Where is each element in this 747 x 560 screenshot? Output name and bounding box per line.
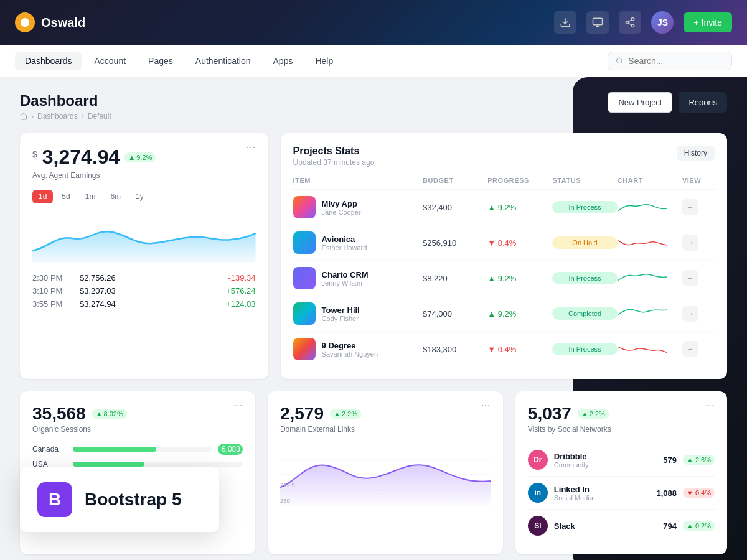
- time-6m[interactable]: 6m: [104, 190, 127, 203]
- history-button[interactable]: History: [677, 146, 715, 161]
- user-avatar[interactable]: JS: [651, 11, 674, 34]
- nav-pages[interactable]: Pages: [138, 52, 183, 70]
- download-icon[interactable]: [554, 11, 576, 34]
- time-1: 2:30 PM: [32, 273, 70, 282]
- domain-count: 2,579: [280, 404, 324, 424]
- monitor-icon[interactable]: [586, 11, 609, 34]
- projects-table-header: ITEM BUDGET PROGRESS STATUS CHART VIEW: [293, 177, 715, 190]
- dribbble-count: 579: [663, 455, 677, 465]
- nav-account[interactable]: Account: [85, 52, 136, 70]
- linkedin-name: Linked In: [554, 485, 593, 494]
- social-badge: ▲ 2.2%: [578, 409, 609, 419]
- svg-text:212.5: 212.5: [280, 482, 295, 488]
- share-icon[interactable]: [619, 11, 641, 34]
- project-info-tower: Tower Hill Cody Fisher: [293, 302, 423, 325]
- budget-9degree: $183,300: [423, 345, 487, 354]
- slack-count: 794: [663, 521, 677, 531]
- table-row: Mivy App Jane Cooper $32,400 ▲ 9.2% In P…: [293, 190, 715, 225]
- budget-tower: $74,000: [423, 309, 487, 319]
- dribbble-badge: ▲ 2.6%: [683, 455, 715, 465]
- progress-charto: ▲ 9.2%: [487, 274, 552, 283]
- budget-charto: $8,220: [423, 274, 487, 283]
- bootstrap-icon: B: [37, 482, 72, 517]
- breadcrumb-separator2: ›: [82, 112, 84, 121]
- reports-button[interactable]: Reports: [679, 92, 727, 113]
- search-box[interactable]: [608, 52, 732, 70]
- project-info-9degree: 9 Degree Savannah Nguyen: [293, 338, 423, 360]
- social-count: 5,037: [528, 404, 571, 424]
- earnings-more-button[interactable]: ···: [247, 141, 256, 154]
- time-1d[interactable]: 1d: [32, 190, 53, 203]
- bar-track-usa: [73, 462, 243, 467]
- col-view: VIEW: [682, 177, 715, 184]
- domain-label: Domain External Links: [280, 425, 491, 434]
- linkedin-icon: in: [528, 483, 548, 503]
- view-9degree[interactable]: →: [682, 341, 698, 357]
- project-person-mivy: Jane Cooper: [322, 208, 361, 216]
- social-row-dribbble: Dr Dribbble Community 579 ▲ 2.6%: [528, 444, 715, 477]
- svg-point-5: [632, 24, 635, 27]
- domain-badge: ▲ 2.2%: [330, 409, 361, 419]
- earnings-row-3: 3:55 PM $3,274.94 +124.03: [32, 299, 256, 309]
- new-project-button[interactable]: New Project: [608, 92, 672, 113]
- bar-fill-usa: [73, 462, 144, 467]
- project-name-mivy: Mivy App: [322, 199, 361, 208]
- project-name-9degree: 9 Degree: [322, 341, 378, 350]
- earnings-row-1: 2:30 PM $2,756.26 -139.34: [32, 273, 256, 282]
- col-chart: CHART: [618, 177, 682, 184]
- view-avionica[interactable]: →: [682, 235, 698, 251]
- sessions-badge: ▲ 8.02%: [92, 409, 127, 419]
- bar-label-canada: Canada: [32, 445, 67, 454]
- slack-icon: Sl: [528, 516, 548, 536]
- earnings-card: ··· $ 3,274.94 ▲ 9.2% Avg. Agent Earning…: [20, 133, 268, 379]
- project-person-9degree: Savannah Nguyen: [322, 350, 378, 358]
- nav-dashboards[interactable]: Dashboards: [15, 52, 82, 70]
- slack-name: Slack: [554, 521, 575, 531]
- change-2: +576.24: [226, 286, 255, 296]
- project-person-charto: Jenny Wilson: [322, 279, 369, 287]
- slack-badge: ▲ 0.2%: [683, 521, 715, 531]
- amount-3: $3,274.94: [80, 299, 216, 309]
- change-3: +124.03: [226, 299, 255, 309]
- view-mivy[interactable]: →: [682, 199, 698, 215]
- search-input[interactable]: [628, 56, 724, 66]
- status-9degree: In Process: [552, 343, 617, 355]
- linkedin-count: 1,088: [656, 488, 677, 498]
- project-avatar-avionica: [293, 231, 316, 254]
- social-more-button[interactable]: ···: [705, 399, 715, 412]
- nav-help[interactable]: Help: [305, 52, 343, 70]
- domain-more-button[interactable]: ···: [481, 399, 491, 412]
- top-nav: Oswald JS + Invite: [0, 0, 747, 45]
- social-label: Visits by Social Networks: [528, 425, 715, 434]
- breadcrumb: › Dashboards › Default: [20, 112, 111, 121]
- progress-9degree: ▼ 0.4%: [487, 345, 552, 354]
- nav-authentication[interactable]: Authentication: [186, 52, 261, 70]
- invite-button[interactable]: + Invite: [684, 12, 732, 32]
- view-charto[interactable]: →: [682, 270, 698, 286]
- nav-apps[interactable]: Apps: [263, 52, 303, 70]
- project-avatar-9degree: [293, 338, 316, 360]
- time-1m[interactable]: 1m: [79, 190, 102, 203]
- svg-text:250: 250: [280, 498, 290, 504]
- sessions-more-button[interactable]: ···: [233, 399, 243, 412]
- time-5d[interactable]: 5d: [55, 190, 76, 203]
- project-avatar-mivy: [293, 196, 316, 218]
- menu-bar: Dashboards Account Pages Authentication …: [0, 45, 747, 77]
- project-info-mivy: Mivy App Jane Cooper: [293, 196, 423, 218]
- social-row-slack: Sl Slack 794 ▲ 0.2%: [528, 510, 715, 542]
- sessions-label: Organic Sessions: [32, 425, 243, 434]
- social-card: ··· 5,037 ▲ 2.2% Visits by Social Networ…: [515, 391, 727, 554]
- domain-chart: 250 212.5: [280, 444, 491, 506]
- table-row: 9 Degree Savannah Nguyen $183,300 ▼ 0.4%…: [293, 332, 715, 366]
- col-progress: PROGRESS: [487, 177, 552, 184]
- project-name-avionica: Avionica: [322, 235, 367, 244]
- project-name-tower: Tower Hill: [322, 306, 360, 315]
- main-content: Dashboard › Dashboards › Default New Pro…: [0, 77, 747, 560]
- svg-point-3: [632, 18, 635, 21]
- earnings-row-2: 3:10 PM $3,207.03 +576.24: [32, 286, 256, 296]
- time-1y[interactable]: 1y: [129, 190, 150, 203]
- project-name-charto: Charto CRM: [322, 270, 369, 279]
- domain-card: ··· 2,579 ▲ 2.2% Domain External Links: [268, 391, 503, 554]
- earnings-amount-row: $ 3,274.94 ▲ 9.2%: [32, 146, 247, 169]
- view-tower[interactable]: →: [682, 306, 698, 322]
